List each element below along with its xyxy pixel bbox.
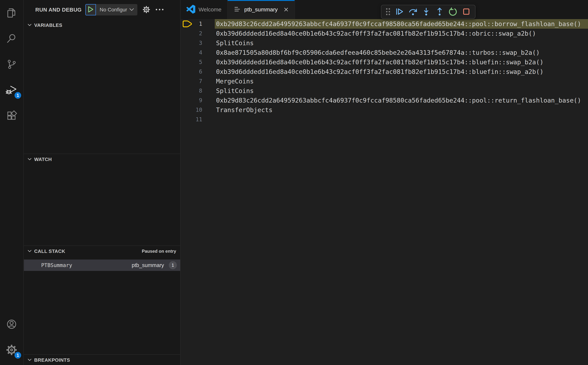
line-number[interactable]: 9 bbox=[181, 96, 202, 105]
code-line-text[interactable]: 0xb29d83c26cdd2a64959263abbcfc4a6937f0c9… bbox=[216, 96, 581, 105]
code-line[interactable]: 7MergeCoins bbox=[181, 77, 588, 86]
line-number[interactable]: 6 bbox=[181, 67, 202, 77]
code-line-text[interactable]: SplitCoins bbox=[216, 38, 254, 48]
line-number[interactable]: 2 bbox=[181, 29, 202, 38]
chevron-down-icon bbox=[129, 8, 134, 12]
sidebar-header: RUN AND DEBUG No Configur bbox=[24, 0, 180, 20]
line-number[interactable]: 8 bbox=[181, 86, 202, 96]
code-line-text[interactable]: SplitCoins bbox=[216, 86, 254, 96]
activity-item-settings[interactable]: 1 bbox=[0, 337, 23, 363]
stop-icon bbox=[462, 7, 470, 16]
chevron-down-icon bbox=[28, 158, 32, 161]
ellipsis-icon bbox=[155, 8, 164, 11]
start-debugging-button[interactable] bbox=[85, 4, 96, 15]
line-number[interactable]: 7 bbox=[181, 77, 202, 86]
editor-area: Welcome ptb_summary bbox=[181, 0, 588, 365]
breakpoints-section-label: BREAKPOINTS bbox=[34, 357, 70, 363]
settings-count-badge: 1 bbox=[14, 351, 22, 359]
breakpoints-section-header[interactable]: BREAKPOINTS bbox=[24, 355, 180, 365]
code-line[interactable]: 3SplitCoins bbox=[181, 38, 588, 48]
activity-item-source-control[interactable] bbox=[0, 51, 23, 77]
code-line-text[interactable]: 0x8ae871505a80d8bf6bf9c05906cda6edfeea46… bbox=[216, 48, 540, 57]
extensions-icon bbox=[6, 110, 17, 121]
code-line[interactable]: 60xb39d6dddedd16ed8a40ce0b1e6b43c92acf0f… bbox=[181, 67, 588, 77]
variables-section-header[interactable]: VARIABLES bbox=[24, 20, 180, 30]
step-into-button[interactable] bbox=[420, 6, 433, 17]
continue-button[interactable] bbox=[393, 6, 406, 17]
variables-section: VARIABLES bbox=[24, 20, 180, 154]
code-line-text[interactable]: 0xb39d6dddedd16ed8a40ce0b1e6b43c92acf0ff… bbox=[216, 29, 536, 38]
line-number[interactable]: 5 bbox=[181, 57, 202, 67]
run-and-debug-sidebar: RUN AND DEBUG No Configur bbox=[24, 0, 181, 365]
stop-button[interactable] bbox=[460, 6, 473, 17]
code-line-text[interactable]: MergeCoins bbox=[216, 77, 254, 86]
gear-icon bbox=[142, 5, 151, 14]
code-line[interactable]: 50xb39d6dddedd16ed8a40ce0b1e6b43c92acf0f… bbox=[181, 57, 588, 67]
code-line-text[interactable]: 0xb39d6dddedd16ed8a40ce0b1e6b43c92acf0ff… bbox=[216, 67, 544, 77]
line-number[interactable]: 3 bbox=[181, 38, 202, 48]
close-icon[interactable] bbox=[283, 7, 289, 12]
debug-count-badge: 1 bbox=[14, 91, 22, 99]
toolbar-drag-handle-icon[interactable] bbox=[384, 8, 393, 16]
code-line[interactable]: 90xb29d83c26cdd2a64959263abbcfc4a6937f0c… bbox=[181, 96, 588, 105]
step-out-icon bbox=[435, 7, 444, 16]
activity-item-explorer[interactable] bbox=[0, 0, 23, 26]
activity-bar-bottom: 1 bbox=[0, 311, 23, 365]
variables-section-label: VARIABLES bbox=[34, 22, 62, 28]
breakpoints-section: BREAKPOINTS bbox=[24, 354, 180, 365]
vscode-logo-icon bbox=[186, 5, 195, 14]
activity-item-run-and-debug[interactable]: 1 bbox=[0, 77, 23, 103]
config-dropdown-label: No Configur bbox=[100, 7, 127, 13]
code-line-text[interactable]: 0xb29d83c26cdd2a64959263abbcfc4a6937f0c9… bbox=[216, 19, 581, 29]
debug-gear-button[interactable] bbox=[142, 5, 151, 14]
files-icon bbox=[6, 7, 17, 19]
code-line-text[interactable]: TransferObjects bbox=[216, 105, 272, 115]
code-line[interactable]: 11 bbox=[181, 115, 588, 124]
activity-item-accounts[interactable] bbox=[0, 311, 23, 337]
chevron-down-icon bbox=[28, 23, 32, 27]
line-number[interactable]: 4 bbox=[181, 48, 202, 57]
code-line[interactable]: 20xb39d6dddedd16ed8a40ce0b1e6b43c92acf0f… bbox=[181, 29, 588, 38]
call-stack-section: CALL STACK Paused on entry PTBSummary pt… bbox=[24, 246, 180, 354]
activity-bar: 1 bbox=[0, 0, 23, 365]
tab-ptb-summary[interactable]: ptb_summary bbox=[228, 0, 295, 19]
frame-source: ptb_summary bbox=[132, 262, 164, 268]
config-dropdown[interactable]: No Configur bbox=[96, 4, 137, 15]
step-over-button[interactable] bbox=[406, 6, 419, 17]
step-out-button[interactable] bbox=[433, 6, 446, 17]
code-line[interactable]: 10xb29d83c26cdd2a64959263abbcfc4a6937f0c… bbox=[181, 19, 588, 29]
activity-item-extensions[interactable] bbox=[0, 103, 23, 129]
code-line[interactable]: 8SplitCoins bbox=[181, 86, 588, 96]
call-stack-frame-row[interactable]: PTBSummary ptb_summary 1 bbox=[24, 260, 180, 271]
watch-section-header[interactable]: WATCH bbox=[24, 154, 180, 165]
source-control-icon bbox=[6, 59, 17, 70]
tab-label: Welcome bbox=[198, 7, 221, 13]
line-number[interactable]: 1 bbox=[181, 19, 202, 29]
tab-welcome[interactable]: Welcome bbox=[181, 0, 228, 19]
vscode-window: 1 bbox=[0, 0, 588, 365]
frame-count-badge: 1 bbox=[169, 261, 177, 269]
file-list-icon bbox=[234, 6, 241, 14]
chevron-down-icon bbox=[28, 358, 32, 362]
call-stack-section-header[interactable]: CALL STACK Paused on entry bbox=[24, 246, 180, 257]
code-line[interactable]: 10TransferObjects bbox=[181, 105, 588, 115]
activity-item-search[interactable] bbox=[0, 26, 23, 51]
code-line-text[interactable]: 0xb39d6dddedd16ed8a40ce0b1e6b43c92acf0ff… bbox=[216, 57, 544, 67]
debug-toolbar bbox=[381, 5, 475, 19]
code-line[interactable]: 40x8ae871505a80d8bf6bf9c05906cda6edfeea4… bbox=[181, 48, 588, 57]
call-stack-section-label: CALL STACK bbox=[34, 248, 65, 254]
sidebar-title: RUN AND DEBUG bbox=[35, 7, 82, 13]
line-number[interactable]: 11 bbox=[181, 115, 202, 124]
step-into-icon bbox=[422, 7, 430, 16]
tab-label: ptb_summary bbox=[244, 7, 278, 13]
watch-section-label: WATCH bbox=[34, 157, 52, 162]
line-number[interactable]: 10 bbox=[181, 105, 202, 115]
restart-button[interactable] bbox=[446, 6, 459, 17]
restart-icon bbox=[449, 7, 457, 16]
play-icon bbox=[87, 6, 94, 14]
account-icon bbox=[6, 318, 17, 330]
chevron-down-icon bbox=[28, 250, 32, 253]
search-icon bbox=[6, 33, 17, 44]
code-lines: 10xb29d83c26cdd2a64959263abbcfc4a6937f0c… bbox=[181, 19, 588, 365]
views-more-actions-button[interactable] bbox=[155, 8, 164, 11]
